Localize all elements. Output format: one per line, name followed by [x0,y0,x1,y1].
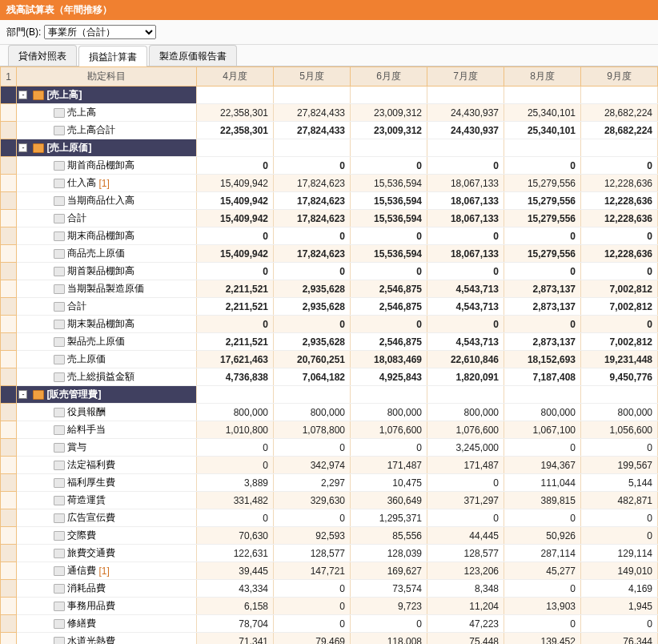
table-row[interactable]: 売上総損益金額4,736,8387,064,1824,925,8431,820,… [1,368,658,386]
table-row[interactable]: 期末製品棚卸高000000 [1,316,658,333]
account-name-cell[interactable]: 修繕費 [17,615,197,633]
account-name-cell[interactable]: 水道光熱費 [17,633,197,645]
table-row[interactable]: 期末商品棚卸高000000 [1,227,658,245]
account-name-cell[interactable]: 通信費 [1] [17,562,197,580]
account-name-cell[interactable]: -[売上高] [17,87,197,104]
account-name-cell[interactable]: -[売上原価] [17,139,197,157]
column-month-4[interactable]: 7月度 [427,67,504,87]
account-name-cell[interactable]: 賞与 [17,439,197,457]
value-cell: 331,482 [197,492,274,509]
account-name-cell[interactable]: 当期商品仕入高 [17,192,197,210]
value-cell: 800,000 [351,404,427,421]
column-month-2[interactable]: 5月度 [274,67,351,87]
table-row[interactable]: 期首商品棚卸高000000 [1,157,658,175]
account-name-cell[interactable]: 期首商品棚卸高 [17,157,197,175]
table-row[interactable]: 仕入高 [1]15,409,94217,824,62315,536,59418,… [1,175,658,192]
grid[interactable]: 1勘定科目4月度5月度6月度7月度8月度9月度 -[売上高]売上高22,358,… [0,66,658,644]
table-row[interactable]: 売上高合計22,358,30127,824,43323,009,31224,43… [1,122,658,139]
account-name-cell[interactable]: 仕入高 [1] [17,175,197,192]
toggle-icon[interactable]: - [18,91,27,99]
department-select[interactable]: 事業所（合計） [44,25,156,39]
account-name-cell[interactable]: 商品売上原価 [17,245,197,263]
value-cell: 0 [427,474,504,492]
account-name-cell[interactable]: 事務用品費 [17,598,197,615]
account-name-cell[interactable]: 広告宣伝費 [17,509,197,527]
table-row[interactable]: 事務用品費6,15809,72311,20413,9031,945 [1,598,658,615]
account-name-cell[interactable]: 福利厚生費 [17,474,197,492]
account-name-cell[interactable]: -[販売管理費] [17,386,197,404]
table-row[interactable]: 荷造運賃331,482329,630360,649371,297389,8154… [1,492,658,509]
column-month-3[interactable]: 6月度 [351,67,427,87]
table-row[interactable]: 通信費 [1]39,445147,721169,627123,20645,277… [1,562,658,580]
value-cell: 15,536,594 [351,175,427,192]
value-cell: 0 [197,457,274,474]
value-cell: 0 [274,439,351,457]
value-cell: 18,067,133 [427,210,504,227]
value-cell: 0 [580,615,657,633]
tab-2[interactable]: 製造原価報告書 [149,45,237,66]
account-name-cell[interactable]: 期末製品棚卸高 [17,316,197,333]
account-label: 当期製品製造原価 [67,282,144,296]
account-name-cell[interactable]: 給料手当 [17,421,197,439]
account-name-cell[interactable]: 荷造運賃 [17,492,197,509]
table-row[interactable]: 法定福利費0342,974171,487171,487194,367199,56… [1,457,658,474]
table-row[interactable]: 水道光熱費71,34179,469118,00875,448139,45276,… [1,633,658,645]
table-row[interactable]: 交際費70,63092,59385,55644,44550,9260 [1,527,658,545]
value-cell: 12,228,636 [580,175,657,192]
table-row[interactable]: 旅費交通費122,631128,577128,039128,577287,114… [1,545,658,562]
table-row[interactable]: 期首製品棚卸高000000 [1,263,658,280]
column-month-5[interactable]: 8月度 [504,67,581,87]
table-row[interactable]: 修繕費78,7040047,22300 [1,615,658,633]
account-name-cell[interactable]: 合計 [17,298,197,316]
table-row[interactable]: 給料手当1,010,8001,078,8001,076,6001,076,600… [1,421,658,439]
row-gutter [1,263,17,280]
table-row[interactable]: 役員報酬800,000800,000800,000800,000800,0008… [1,404,658,421]
account-name-cell[interactable]: 交際費 [17,527,197,545]
account-name-cell[interactable]: 売上高 [17,104,197,122]
table-row[interactable]: -[販売管理費] [1,386,658,404]
account-name-cell[interactable]: 売上総損益金額 [17,368,197,386]
table-row[interactable]: -[売上原価] [1,139,658,157]
tab-0[interactable]: 貸借対照表 [8,45,77,66]
account-name-cell[interactable]: 当期製品製造原価 [17,280,197,298]
account-name-cell[interactable]: 消耗品費 [17,580,197,598]
account-name-cell[interactable]: 期首製品棚卸高 [17,263,197,280]
value-cell: 19,231,448 [580,351,657,368]
column-month-1[interactable]: 4月度 [197,67,274,87]
table-row[interactable]: -[売上高] [1,87,658,104]
account-name-cell[interactable]: 売上原価 [17,351,197,368]
tab-1[interactable]: 損益計算書 [78,46,147,66]
account-name-cell[interactable]: 合計 [17,210,197,227]
document-icon [54,478,65,488]
value-cell: 39,445 [197,562,274,580]
account-name-cell[interactable]: 期末商品棚卸高 [17,227,197,245]
account-name-cell[interactable]: 旅費交通費 [17,545,197,562]
table-row[interactable]: 当期製品製造原価2,211,5212,935,6282,546,8754,543… [1,280,658,298]
table-row[interactable]: 広告宣伝費001,295,371000 [1,509,658,527]
account-label: 期末商品棚卸高 [67,229,134,243]
account-name-cell[interactable]: 役員報酬 [17,404,197,421]
toggle-icon[interactable]: - [18,390,27,399]
table-row[interactable]: 福利厚生費3,8892,29710,4750111,0445,144 [1,474,658,492]
folder-icon [33,91,44,100]
account-name-cell[interactable]: 売上高合計 [17,122,197,139]
account-name-cell[interactable]: 製品売上原価 [17,333,197,351]
value-cell: 0 [504,227,581,245]
value-cell: 5,144 [580,474,657,492]
column-account[interactable]: 勘定科目 [17,67,197,87]
value-cell: 0 [274,580,351,598]
table-row[interactable]: 当期商品仕入高15,409,94217,824,62315,536,59418,… [1,192,658,210]
table-row[interactable]: 売上原価17,621,46320,760,25118,083,46922,610… [1,351,658,368]
table-row[interactable]: 合計15,409,94217,824,62315,536,59418,067,1… [1,210,658,227]
value-cell: 0 [504,316,581,333]
column-month-6[interactable]: 9月度 [580,67,657,87]
value-cell: 2,873,137 [504,333,581,351]
table-row[interactable]: 売上高22,358,30127,824,43323,009,31224,430,… [1,104,658,122]
account-name-cell[interactable]: 法定福利費 [17,457,197,474]
table-row[interactable]: 商品売上原価15,409,94217,824,62315,536,59418,0… [1,245,658,263]
toggle-icon[interactable]: - [18,143,27,152]
table-row[interactable]: 賞与0003,245,00000 [1,439,658,457]
table-row[interactable]: 消耗品費43,334073,5748,34804,169 [1,580,658,598]
table-row[interactable]: 合計2,211,5212,935,6282,546,8754,543,7132,… [1,298,658,316]
table-row[interactable]: 製品売上原価2,211,5212,935,6282,546,8754,543,7… [1,333,658,351]
